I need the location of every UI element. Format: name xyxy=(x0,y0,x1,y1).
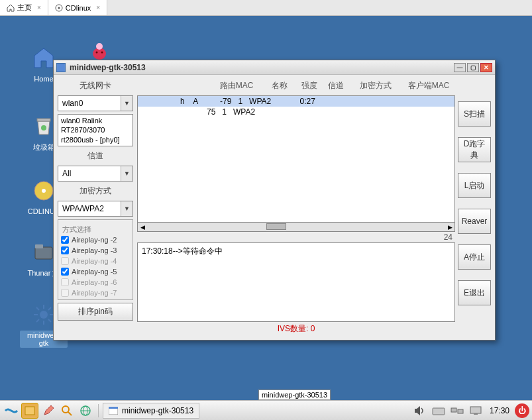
svg-point-5 xyxy=(42,189,46,193)
svg-point-8 xyxy=(40,311,48,319)
center-panel: 路由MAC 名称 强度 信道 加密方式 客户端MAC h A -79 1 WPA… xyxy=(137,75,455,340)
dict-button[interactable]: D跑字典 xyxy=(458,137,491,162)
combo-value: wlan0 xyxy=(58,99,121,108)
svg-point-11 xyxy=(96,52,98,54)
exit-button[interactable]: E退出 xyxy=(458,280,491,305)
scroll-track[interactable] xyxy=(147,223,445,231)
method-checkbox-row[interactable]: Aireplay-ng -5 xyxy=(61,266,130,277)
start-button[interactable]: L启动 xyxy=(458,173,491,198)
svg-rect-25 xyxy=(470,407,481,413)
maximize-button[interactable]: ▢ xyxy=(467,63,479,72)
horizontal-scrollbar[interactable]: ◀ ▶ xyxy=(137,223,455,232)
search-icon[interactable] xyxy=(58,403,76,419)
tab-home[interactable]: 主页 × xyxy=(0,0,48,15)
editor-icon[interactable] xyxy=(40,403,57,419)
power-button[interactable]: ⏻ xyxy=(515,403,529,418)
method-checkbox[interactable] xyxy=(61,268,69,276)
ap-row[interactable]: h A -79 1 WPA2 0:27 xyxy=(138,96,454,107)
method-checkbox-row[interactable]: Aireplay-ng -3 xyxy=(61,245,130,256)
titlebar[interactable]: minidwep-gtk-30513 — ▢ ✕ xyxy=(54,60,495,75)
encryption-label: 加密方式 xyxy=(58,184,133,198)
col-client: 客户端MAC xyxy=(402,80,455,91)
method-label: Aireplay-ng -5 xyxy=(72,268,117,276)
scroll-left-icon[interactable]: ◀ xyxy=(138,223,147,231)
sort-pin-button[interactable]: 排序pin码 xyxy=(58,303,133,321)
svg-rect-24 xyxy=(458,409,463,413)
method-checkbox-row: Aireplay-ng -4 xyxy=(61,256,130,266)
method-fieldset: 方式选择 Aireplay-ng -2Aireplay-ng -3Airepla… xyxy=(58,219,133,300)
method-checkbox-row[interactable]: Aireplay-ng -2 xyxy=(61,235,130,245)
method-label: Aireplay-ng -2 xyxy=(72,236,117,244)
channel-label: 信道 xyxy=(58,149,133,163)
network-icon[interactable] xyxy=(449,403,466,419)
svg-rect-6 xyxy=(35,247,52,259)
display-icon[interactable] xyxy=(467,403,484,419)
volume-icon[interactable] xyxy=(411,403,429,419)
svg-line-15 xyxy=(68,412,72,415)
chevron-down-icon[interactable]: ▼ xyxy=(121,166,133,181)
adapter-label: 无线网卡 xyxy=(58,79,133,93)
svg-point-3 xyxy=(41,125,46,131)
taskbar-window-button[interactable]: minidwep-gtk-30513 xyxy=(103,403,199,419)
chevron-down-icon[interactable]: ▼ xyxy=(121,201,133,216)
window-icon xyxy=(109,407,118,415)
log-output: 17:30:18-->等待命令中 xyxy=(137,242,455,322)
method-label: Aireplay-ng -7 xyxy=(72,289,117,297)
col-name: 名称 xyxy=(263,80,296,91)
svg-point-1 xyxy=(58,7,60,9)
keyboard-icon[interactable] xyxy=(430,403,447,419)
tab-label: CDlinux xyxy=(66,4,91,12)
scan-button[interactable]: S扫描 xyxy=(458,101,491,127)
close-icon[interactable]: × xyxy=(37,4,41,11)
table-header: 路由MAC 名称 强度 信道 加密方式 客户端MAC xyxy=(137,79,455,95)
method-checkbox[interactable] xyxy=(61,246,69,254)
method-label: Aireplay-ng -3 xyxy=(72,246,117,254)
close-button[interactable]: ✕ xyxy=(480,63,492,72)
method-legend: 方式选择 xyxy=(61,225,93,235)
left-panel: 无线网卡 wlan0 ▼ wlan0 Ralink RT2870/3070 rt… xyxy=(54,75,137,340)
desktop-icon[interactable] xyxy=(21,403,38,419)
col-signal: 强度 xyxy=(296,80,323,91)
adapter-detail[interactable]: wlan0 Ralink RT2870/3070 rt2800usb - [ph… xyxy=(58,114,133,146)
action-panel: S扫描 D跑字典 L启动 Reaver A停止 E退出 xyxy=(455,75,495,340)
svg-rect-2 xyxy=(37,119,50,121)
adapter-combo[interactable]: wlan0 ▼ xyxy=(58,95,133,111)
tab-cdlinux[interactable]: CDlinux × xyxy=(48,0,107,15)
svg-rect-23 xyxy=(451,408,456,412)
col-enc: 加密方式 xyxy=(349,80,402,91)
window-title: minidwep-gtk-30513 xyxy=(70,63,146,72)
home-icon xyxy=(7,4,15,12)
minimize-button[interactable]: — xyxy=(454,63,466,72)
svg-rect-7 xyxy=(35,244,43,248)
combo-value: WPA/WPA2 xyxy=(58,204,121,213)
svg-point-14 xyxy=(62,406,69,413)
method-checkbox[interactable] xyxy=(61,236,69,244)
scroll-right-icon[interactable]: ▶ xyxy=(445,223,454,231)
globe-icon[interactable] xyxy=(77,403,94,419)
scroll-thumb[interactable] xyxy=(266,223,286,230)
close-icon[interactable]: × xyxy=(96,4,100,11)
clock[interactable]: 17:30 xyxy=(486,406,513,415)
taskbar-window-label: minidwep-gtk-30513 xyxy=(122,406,193,415)
launcher-icon[interactable] xyxy=(3,403,20,419)
chevron-down-icon[interactable]: ▼ xyxy=(121,96,133,111)
taskbar: minidwep-gtk-30513 17:30 ⏻ xyxy=(0,400,532,420)
separator xyxy=(98,404,99,417)
encryption-combo[interactable]: WPA/WPA2 ▼ xyxy=(58,201,133,217)
method-checkbox-row: Aireplay-ng -6 xyxy=(61,277,130,288)
disc-icon xyxy=(55,4,63,12)
combo-value: All xyxy=(58,169,121,178)
ap-list[interactable]: h A -79 1 WPA2 0:27 75 1 WPA2 xyxy=(137,95,455,223)
channel-combo[interactable]: All ▼ xyxy=(58,166,133,182)
method-checkbox xyxy=(61,289,69,297)
row-count: 24 xyxy=(137,232,455,242)
page-tabbar: 主页 × CDlinux × xyxy=(0,0,532,16)
method-checkbox xyxy=(61,257,69,265)
svg-rect-21 xyxy=(433,408,445,415)
stop-button[interactable]: A停止 xyxy=(458,244,491,270)
svg-rect-13 xyxy=(25,407,34,415)
col-channel: 信道 xyxy=(323,80,349,91)
ap-row[interactable]: 75 1 WPA2 xyxy=(138,107,454,117)
tab-label: 主页 xyxy=(17,3,32,13)
reaver-button[interactable]: Reaver xyxy=(458,209,491,234)
